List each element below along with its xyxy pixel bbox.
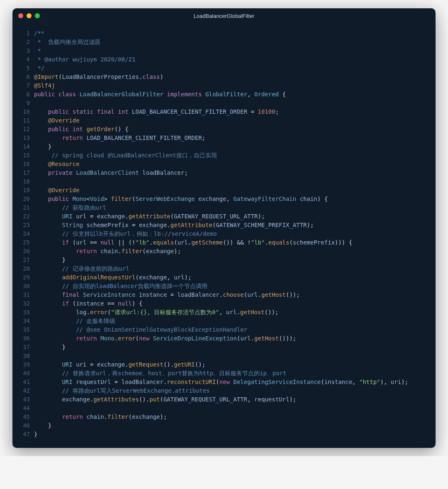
code-line: 4 * @author wujiuye 2020/08/21 [17, 55, 428, 64]
code-line: 46 } [17, 421, 428, 430]
code-line: 31 final ServiceInstance instance = load… [17, 291, 428, 299]
code-content: // 替换请求url，将schemoe、host、port替换为http、目标服… [34, 369, 287, 378]
code-content: public class LoadBalancerGlobalFilter im… [34, 90, 286, 99]
code-line: 3 * [17, 46, 428, 55]
line-number: 47 [17, 430, 30, 439]
code-content: @Override [34, 116, 80, 125]
line-number: 4 [17, 55, 30, 64]
line-number: 33 [17, 308, 30, 317]
line-number: 3 [17, 46, 30, 55]
line-number: 1 [17, 29, 30, 38]
line-number: 35 [17, 325, 30, 334]
code-line: 2 * 负载均衡全局过滤器 [17, 38, 428, 46]
line-number: 34 [17, 317, 30, 325]
code-content: */ [34, 64, 44, 73]
code-content: public int getOrder() { [34, 125, 129, 134]
line-number: 46 [17, 421, 30, 430]
code-line: 11 @Override [17, 116, 428, 125]
code-line: 34 // 走服务降级 [17, 317, 428, 325]
code-line: 12 public int getOrder() { [17, 125, 428, 134]
line-number: 9 [17, 99, 30, 108]
code-line: 37 } [17, 343, 428, 352]
code-line: 26 return chain.filter(exchange); [17, 247, 428, 256]
line-number: 11 [17, 116, 30, 125]
line-number: 26 [17, 247, 30, 256]
code-line: 42 // 将路由url写入ServerWebExchange.attribut… [17, 386, 428, 395]
code-content: return LOAD_BALANCER_CLIENT_FILTER_ORDER… [34, 134, 205, 142]
code-line: 24 // 仅支持以lb开头的url，例如：lb://serviceA/demo [17, 230, 428, 238]
code-content: @Override [34, 186, 80, 195]
line-number: 37 [17, 343, 30, 352]
line-number: 22 [17, 212, 30, 221]
code-content: // 将路由url写入ServerWebExchange.attributes [34, 386, 210, 395]
line-number: 30 [17, 282, 30, 291]
code-line: 16 @Resource [17, 160, 428, 169]
code-line: 27 } [17, 256, 428, 264]
code-content: // 走服务降级 [34, 317, 115, 325]
code-content: // 自实现的loadBalancer负载均衡选择一个节点调用 [34, 282, 207, 291]
code-line: 17 private LoadBalancerClient loadBalanc… [17, 169, 428, 177]
titlebar: LoadBalancerGlobalFilter [12, 8, 436, 23]
line-number: 38 [17, 352, 30, 360]
line-number: 6 [17, 73, 30, 81]
line-number: 40 [17, 369, 30, 378]
code-content: final ServiceInstance instance = loadBal… [34, 291, 300, 299]
traffic-lights [18, 13, 40, 18]
window-title: LoadBalancerGlobalFilter [12, 13, 436, 19]
code-content: exchange.getAttributes().put(GATEWAY_REQ… [34, 395, 296, 404]
code-content: /** [34, 29, 44, 38]
code-content: String schemePrefix = exchange.getAttrib… [34, 221, 314, 230]
code-content: * [34, 46, 41, 55]
code-window: LoadBalancerGlobalFilter 1/**2 * 负载均衡全局过… [12, 8, 436, 448]
zoom-icon[interactable] [35, 13, 40, 18]
line-number: 21 [17, 203, 30, 212]
code-line: 10 public static final int LOAD_BALANCER… [17, 108, 428, 116]
line-number: 42 [17, 386, 30, 395]
code-line: 28 // 记录修改前的路由url [17, 264, 428, 273]
code-line: 39 URI uri = exchange.getRequest().getUR… [17, 360, 428, 369]
code-content: return chain.filter(exchange); [34, 413, 167, 421]
line-number: 23 [17, 221, 30, 230]
line-number: 2 [17, 38, 30, 46]
code-content: // 获取路由url [34, 203, 106, 212]
code-line: 23 String schemePrefix = exchange.getAtt… [17, 221, 428, 230]
code-line: 35 // @see OnionSentinelGatewayBlockExce… [17, 325, 428, 334]
code-line: 40 // 替换请求url，将schemoe、host、port替换为http、… [17, 369, 428, 378]
code-content: } [34, 256, 66, 264]
code-line: 7@Slf4j [17, 81, 428, 90]
line-number: 20 [17, 195, 30, 203]
code-content: } [34, 343, 66, 352]
code-content: // 记录修改前的路由url [34, 264, 129, 273]
line-number: 24 [17, 230, 30, 238]
line-number: 12 [17, 125, 30, 134]
code-line: 25 if (url == null || (!"lb".equals(url.… [17, 238, 428, 247]
minimize-icon[interactable] [27, 13, 32, 18]
code-line: 18 [17, 177, 428, 186]
line-number: 32 [17, 299, 30, 308]
code-content: } [34, 430, 37, 439]
code-line: 1/** [17, 29, 428, 38]
code-content: } [34, 142, 51, 151]
code-line: 36 return Mono.error(new ServiceDropLine… [17, 334, 428, 343]
line-number: 14 [17, 142, 30, 151]
code-content: private LoadBalancerClient loadBalancer; [34, 169, 188, 177]
code-line: 19 @Override [17, 186, 428, 195]
line-number: 8 [17, 90, 30, 99]
close-icon[interactable] [18, 13, 23, 18]
code-content: URI uri = exchange.getRequest().getURI()… [34, 360, 205, 369]
code-line: 21 // 获取路由url [17, 203, 428, 212]
code-line: 33 log.error("请求url:{}, 目标服务存活节点数为0", ur… [17, 308, 428, 317]
editor: 1/**2 * 负载均衡全局过滤器3 *4 * @author wujiuye … [12, 23, 436, 448]
code-content: URI url = exchange.getAttribute(GATEWAY_… [34, 212, 265, 221]
line-number: 36 [17, 334, 30, 343]
code-line: 15 // spring cloud 的LoadBalancerClient接口… [17, 151, 428, 160]
code-line: 5 */ [17, 64, 428, 73]
code-line: 13 return LOAD_BALANCER_CLIENT_FILTER_OR… [17, 134, 428, 142]
line-number: 5 [17, 64, 30, 73]
line-number: 15 [17, 151, 30, 160]
code-line: 32 if (instance == null) { [17, 299, 428, 308]
line-number: 41 [17, 378, 30, 386]
line-number: 18 [17, 177, 30, 186]
code-line: 22 URI url = exchange.getAttribute(GATEW… [17, 212, 428, 221]
code-line: 9 [17, 99, 428, 108]
